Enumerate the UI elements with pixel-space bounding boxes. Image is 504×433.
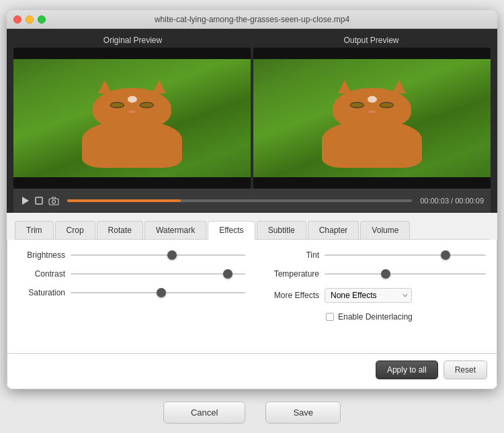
output-video-panel bbox=[253, 48, 491, 189]
progress-fill bbox=[67, 199, 181, 202]
cat-eye-left-out bbox=[350, 102, 364, 108]
cat-head bbox=[93, 88, 171, 129]
contrast-row: Contrast bbox=[18, 269, 245, 279]
cat-eye-left bbox=[110, 102, 124, 108]
playback-controls: 00:00:03 / 00:00:09 bbox=[13, 189, 491, 213]
video-section: Original Preview Output Preview bbox=[7, 29, 497, 213]
brightness-thumb[interactable] bbox=[167, 250, 177, 260]
maximize-button[interactable] bbox=[38, 15, 46, 23]
cat-forehead-out bbox=[368, 96, 377, 103]
saturation-slider[interactable] bbox=[71, 292, 245, 293]
brightness-slider[interactable] bbox=[71, 254, 245, 256]
deinterlace-row: Enable Deinterlacing bbox=[259, 312, 486, 322]
tab-chapter[interactable]: Chapter bbox=[308, 221, 360, 239]
cat-figure-output bbox=[301, 76, 444, 168]
cancel-button[interactable]: Cancel bbox=[163, 401, 245, 424]
stop-button[interactable] bbox=[35, 197, 43, 205]
svg-point-3 bbox=[52, 200, 56, 203]
brightness-label: Brightness bbox=[18, 250, 65, 260]
contrast-thumb[interactable] bbox=[223, 269, 233, 279]
actions-row: Apply to all Reset bbox=[7, 354, 497, 389]
tab-crop[interactable]: Crop bbox=[55, 221, 95, 239]
more-effects-label: More Effects bbox=[259, 291, 319, 300]
cat-ear-left bbox=[98, 80, 112, 93]
output-cat-image bbox=[253, 48, 491, 189]
tab-rotate[interactable]: Rotate bbox=[97, 221, 143, 239]
more-effects-select[interactable]: None Effects Grayscale Sepia Invert Blur bbox=[325, 288, 412, 303]
reset-button[interactable]: Reset bbox=[444, 360, 487, 379]
tint-thumb[interactable] bbox=[441, 250, 450, 260]
deinterlace-checkbox[interactable] bbox=[326, 313, 334, 321]
time-display: 00:00:03 / 00:00:09 bbox=[420, 197, 484, 205]
tabs-section: Trim Crop Rotate Watermark Effects Subti… bbox=[7, 213, 497, 240]
deinterlace-label: Enable Deinterlacing bbox=[338, 312, 413, 322]
minimize-button[interactable] bbox=[26, 15, 34, 23]
cat-eye-right-out bbox=[380, 102, 394, 108]
cat-ear-right-out bbox=[392, 80, 406, 93]
more-effects-row: More Effects None Effects Grayscale Sepi… bbox=[259, 288, 486, 303]
original-cat-image bbox=[13, 48, 251, 189]
video-panels bbox=[13, 48, 491, 189]
svg-rect-1 bbox=[36, 197, 42, 204]
tint-row: Tint bbox=[259, 250, 486, 260]
cat-nose-out bbox=[368, 111, 376, 113]
output-preview-label: Output Preview bbox=[252, 36, 491, 45]
cat-nose bbox=[128, 111, 136, 113]
bottom-buttons: Cancel Save bbox=[163, 401, 341, 424]
window-title: white-cat-lying-among-the-grasses-seen-u… bbox=[155, 15, 349, 24]
tab-trim[interactable]: Trim bbox=[15, 221, 54, 239]
svg-marker-0 bbox=[22, 197, 29, 205]
temperature-row: Temperature bbox=[259, 269, 486, 279]
temperature-slider[interactable] bbox=[325, 273, 486, 275]
main-window: white-cat-lying-among-the-grasses-seen-u… bbox=[7, 10, 497, 389]
tab-volume[interactable]: Volume bbox=[360, 221, 410, 239]
svg-rect-2 bbox=[49, 199, 58, 205]
save-button[interactable]: Save bbox=[265, 401, 341, 424]
tab-watermark[interactable]: Watermark bbox=[144, 221, 206, 239]
cat-figure-original bbox=[61, 76, 204, 168]
cat-forehead bbox=[128, 96, 137, 103]
cat-ear-left-out bbox=[338, 80, 351, 93]
tint-slider[interactable] bbox=[325, 254, 486, 256]
original-video-panel bbox=[13, 48, 251, 189]
temperature-thumb[interactable] bbox=[381, 269, 390, 279]
effects-grid: Brightness Contrast Saturation bbox=[18, 250, 486, 322]
contrast-label: Contrast bbox=[18, 269, 65, 279]
tab-subtitle[interactable]: Subtitle bbox=[257, 221, 306, 239]
saturation-row: Saturation bbox=[18, 288, 245, 297]
tabs-row: Trim Crop Rotate Watermark Effects Subti… bbox=[15, 221, 489, 240]
video-labels: Original Preview Output Preview bbox=[13, 36, 491, 45]
temperature-label: Temperature bbox=[259, 269, 319, 279]
effects-left: Brightness Contrast Saturation bbox=[18, 250, 245, 322]
saturation-label: Saturation bbox=[18, 288, 65, 297]
cat-eye-right bbox=[140, 102, 154, 108]
play-button[interactable] bbox=[20, 196, 30, 205]
close-button[interactable] bbox=[13, 15, 22, 23]
cat-ear-right bbox=[153, 80, 166, 93]
contrast-slider[interactable] bbox=[71, 273, 245, 275]
titlebar: white-cat-lying-among-the-grasses-seen-u… bbox=[7, 10, 497, 29]
apply-to-all-button[interactable]: Apply to all bbox=[376, 360, 438, 379]
brightness-row: Brightness bbox=[18, 250, 245, 260]
effects-panel: Brightness Contrast Saturation bbox=[7, 240, 497, 354]
traffic-lights bbox=[13, 15, 46, 23]
tint-label: Tint bbox=[259, 250, 319, 260]
original-preview-label: Original Preview bbox=[13, 36, 252, 45]
effects-right: Tint Temperature More Effects None Effec… bbox=[259, 250, 486, 322]
saturation-thumb[interactable] bbox=[157, 288, 166, 297]
screenshot-button[interactable] bbox=[48, 197, 59, 205]
progress-bar[interactable] bbox=[67, 199, 412, 202]
cat-head-out bbox=[333, 88, 411, 129]
tab-effects[interactable]: Effects bbox=[208, 221, 255, 240]
